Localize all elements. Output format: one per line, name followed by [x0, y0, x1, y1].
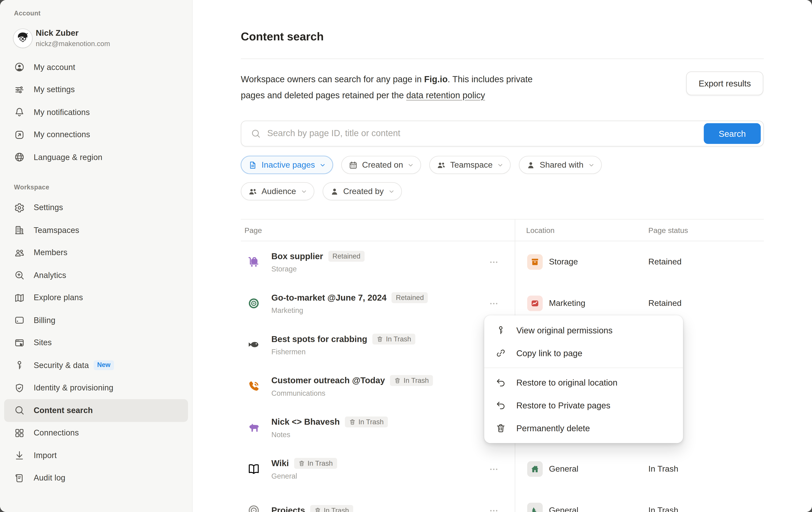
page-subtitle: Fishermen [271, 348, 415, 356]
badge-label: In Trash [358, 418, 384, 426]
trash-icon [349, 419, 356, 425]
location-cell: Storage [527, 254, 578, 270]
sliders-icon [13, 84, 25, 95]
arrow-out-icon [13, 129, 25, 140]
sidebar-item-security-data[interactable]: Security & dataNew [4, 354, 188, 377]
filter-chip-shared-with[interactable]: Shared with [519, 156, 602, 174]
page-subtitle: Notes [271, 430, 388, 439]
page-subtitle: General [271, 472, 337, 480]
browser-icon [13, 337, 25, 349]
user-avatar [13, 29, 32, 48]
sidebar-item-my-notifications[interactable]: My notifications [4, 101, 188, 124]
sidebar-item-my-settings[interactable]: My settings [4, 79, 188, 101]
trash-icon [377, 336, 383, 342]
link-icon [495, 348, 506, 358]
trash-icon [298, 460, 305, 467]
location-cell: Marketing [527, 296, 585, 311]
location-label: General [549, 464, 578, 474]
sidebar-item-explore-plans[interactable]: Explore plans [4, 287, 188, 309]
location-label: Storage [549, 257, 578, 267]
settings-sidebar: Account Nick Zuber nickz@makenotion.com … [0, 0, 193, 512]
page-title-text[interactable]: Best spots for crabbing [271, 334, 367, 344]
sidebar-item-teamspaces[interactable]: Teamspaces [4, 219, 188, 242]
location-cell: General [527, 461, 578, 477]
workspace-name: Fig.io [424, 74, 448, 85]
sidebar-item-language-region[interactable]: Language & region [4, 146, 188, 169]
menu-item-label: Restore to Private pages [516, 400, 610, 410]
user-email: nickz@makenotion.com [36, 39, 110, 49]
trash-icon [314, 507, 321, 512]
page-subtitle: Communications [271, 389, 433, 397]
notion-settings-window: Account Nick Zuber nickz@makenotion.com … [0, 0, 812, 512]
sidebar-item-my-account[interactable]: My account [4, 56, 188, 79]
page-title-text[interactable]: Nick <> Bhavesh [271, 417, 340, 427]
search-icon [251, 128, 261, 139]
target-icon [246, 296, 261, 311]
trash-icon [495, 423, 506, 433]
sidebar-item-my-connections[interactable]: My connections [4, 123, 188, 146]
page-cell: Best spots for crabbingIn TrashFishermen [271, 334, 415, 356]
page-title: Content search [241, 30, 324, 43]
page-cell: Nick <> BhaveshIn TrashNotes [271, 417, 388, 439]
page-title-text[interactable]: Projects [271, 506, 305, 512]
filter-chip-label: Created on [362, 160, 403, 170]
sidebar-item-label: My connections [34, 130, 90, 139]
column-header-page-status: Page status [648, 219, 688, 242]
table-row-box-supplier: Box supplierRetainedStorageStorageRetain… [241, 241, 764, 283]
filter-chip-label: Inactive pages [262, 160, 315, 170]
page-title-text[interactable]: Customer outreach @Today [271, 375, 385, 386]
box-icon [527, 254, 543, 270]
menu-item-restore-to-original-location[interactable]: Restore to original location [484, 371, 683, 394]
sidebar-item-label: Explore plans [34, 293, 83, 302]
sidebar-item-audit-log[interactable]: Audit log [4, 467, 188, 489]
search-button[interactable]: Search [704, 123, 761, 144]
sidebar-item-settings[interactable]: Settings [4, 197, 188, 219]
filter-chip-teamspace[interactable]: Teamspace [430, 156, 511, 174]
filter-chip-label: Shared with [540, 160, 583, 170]
menu-item-permanently-delete[interactable]: Permanently delete [484, 417, 683, 440]
page-status-value: Retained [648, 257, 682, 267]
page-status-badge: In Trash [345, 417, 388, 427]
user-card[interactable]: Nick Zuber nickz@makenotion.com [4, 26, 188, 51]
sidebar-item-label: Settings [34, 203, 63, 212]
sidebar-item-content-search[interactable]: Content search [4, 399, 188, 422]
filter-chip-inactive-pages[interactable]: Inactive pages [241, 156, 333, 174]
row-actions-button[interactable] [485, 504, 502, 512]
filter-chip-created-on[interactable]: Created on [341, 156, 421, 174]
undo-icon [495, 400, 506, 411]
export-results-button[interactable]: Export results [686, 71, 763, 95]
sidebar-item-import[interactable]: Import [4, 444, 188, 467]
page-title-text[interactable]: Wiki [271, 458, 289, 469]
sidebar-item-sites[interactable]: Sites [4, 332, 188, 354]
arrow-down-icon [13, 450, 25, 461]
menu-item-view-original-permissions[interactable]: View original permissions [484, 319, 683, 342]
row-actions-button[interactable] [485, 256, 502, 268]
row-actions-button[interactable] [485, 297, 502, 310]
page-subtitle: Marketing [271, 306, 428, 314]
column-header-page: Page [244, 219, 262, 242]
chevron-down-icon [301, 188, 307, 194]
person-fill-icon [330, 187, 339, 196]
filter-chip-created-by[interactable]: Created by [322, 182, 402, 201]
luggage-cart-icon [246, 255, 261, 269]
row-actions-button[interactable] [485, 463, 502, 475]
sidebar-item-billing[interactable]: Billing [4, 309, 188, 332]
menu-item-restore-to-private-pages[interactable]: Restore to Private pages [484, 394, 683, 417]
badge-label: Retained [396, 294, 424, 302]
sidebar-item-identity-provisioning[interactable]: Identity & provisioning [4, 377, 188, 399]
screen: Account Nick Zuber nickz@makenotion.com … [0, 0, 812, 512]
badge-label: In Trash [404, 377, 429, 385]
menu-item-copy-link-to-page[interactable]: Copy link to page [484, 342, 683, 364]
page-status-value: Retained [648, 299, 682, 308]
sidebar-item-members[interactable]: Members [4, 241, 188, 264]
sidebar-item-connections[interactable]: Connections [4, 422, 188, 444]
page-title-text[interactable]: Box supplier [271, 251, 323, 261]
data-retention-policy-link[interactable]: data retention policy [406, 91, 485, 101]
search-input[interactable] [266, 128, 704, 139]
page-title-text[interactable]: Go-to-market @June 7, 2024 [271, 293, 386, 303]
sidebar-item-analytics[interactable]: Analytics [4, 264, 188, 287]
location-cell: General [527, 503, 578, 512]
gear-icon [13, 202, 25, 213]
filter-chip-audience[interactable]: Audience [241, 182, 314, 201]
page-cell: ProjectsIn Trash [271, 505, 353, 512]
